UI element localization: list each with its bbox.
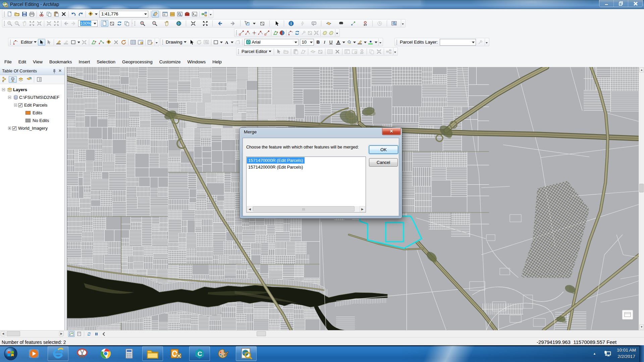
svg-text:A: A: [337, 40, 339, 44]
svg-text:XY: XY: [360, 52, 364, 54]
svg-text:C: C: [198, 350, 202, 357]
svg-text:XY: XY: [364, 23, 367, 26]
svg-text:A: A: [225, 40, 228, 45]
